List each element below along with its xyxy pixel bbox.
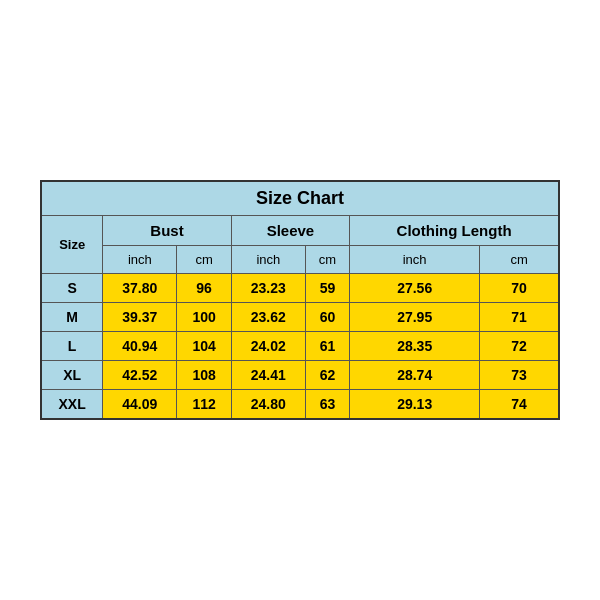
chart-title: Size Chart bbox=[41, 181, 559, 216]
bust-group-header: Bust bbox=[103, 216, 232, 246]
size-cell: XXL bbox=[41, 390, 103, 420]
length-inch-header: inch bbox=[350, 246, 480, 274]
size-chart: Size Chart Size Bust Sleeve Clothing Len… bbox=[40, 180, 560, 420]
bust-inch-header: inch bbox=[103, 246, 177, 274]
length-inch-cell: 28.74 bbox=[350, 361, 480, 390]
sleeve-cm-cell: 60 bbox=[305, 303, 349, 332]
length-cm-header: cm bbox=[480, 246, 559, 274]
table-row: M39.3710023.626027.9571 bbox=[41, 303, 559, 332]
table-row: XL42.5210824.416228.7473 bbox=[41, 361, 559, 390]
sleeve-inch-cell: 23.62 bbox=[231, 303, 305, 332]
length-cm-cell: 72 bbox=[480, 332, 559, 361]
bust-cm-cell: 108 bbox=[177, 361, 231, 390]
sleeve-inch-cell: 24.41 bbox=[231, 361, 305, 390]
length-inch-cell: 27.95 bbox=[350, 303, 480, 332]
sleeve-cm-cell: 59 bbox=[305, 274, 349, 303]
length-inch-cell: 27.56 bbox=[350, 274, 480, 303]
bust-inch-cell: 37.80 bbox=[103, 274, 177, 303]
sleeve-cm-cell: 61 bbox=[305, 332, 349, 361]
bust-cm-cell: 96 bbox=[177, 274, 231, 303]
length-cm-cell: 74 bbox=[480, 390, 559, 420]
table-row: S37.809623.235927.5670 bbox=[41, 274, 559, 303]
length-cm-cell: 73 bbox=[480, 361, 559, 390]
table-row: L40.9410424.026128.3572 bbox=[41, 332, 559, 361]
length-inch-cell: 28.35 bbox=[350, 332, 480, 361]
bust-cm-cell: 100 bbox=[177, 303, 231, 332]
size-header: Size bbox=[41, 216, 103, 274]
sleeve-inch-cell: 23.23 bbox=[231, 274, 305, 303]
size-chart-table: Size Chart Size Bust Sleeve Clothing Len… bbox=[40, 180, 560, 420]
bust-inch-cell: 42.52 bbox=[103, 361, 177, 390]
sleeve-cm-header: cm bbox=[305, 246, 349, 274]
size-cell: S bbox=[41, 274, 103, 303]
bust-inch-cell: 40.94 bbox=[103, 332, 177, 361]
bust-cm-cell: 112 bbox=[177, 390, 231, 420]
length-cm-cell: 70 bbox=[480, 274, 559, 303]
sleeve-cm-cell: 63 bbox=[305, 390, 349, 420]
size-cell: XL bbox=[41, 361, 103, 390]
size-cell: L bbox=[41, 332, 103, 361]
bust-inch-cell: 44.09 bbox=[103, 390, 177, 420]
length-inch-cell: 29.13 bbox=[350, 390, 480, 420]
bust-cm-cell: 104 bbox=[177, 332, 231, 361]
sleeve-inch-cell: 24.80 bbox=[231, 390, 305, 420]
length-group-header: Clothing Length bbox=[350, 216, 559, 246]
sleeve-group-header: Sleeve bbox=[231, 216, 349, 246]
sleeve-inch-cell: 24.02 bbox=[231, 332, 305, 361]
bust-inch-cell: 39.37 bbox=[103, 303, 177, 332]
length-cm-cell: 71 bbox=[480, 303, 559, 332]
sleeve-inch-header: inch bbox=[231, 246, 305, 274]
size-cell: M bbox=[41, 303, 103, 332]
bust-cm-header: cm bbox=[177, 246, 231, 274]
sleeve-cm-cell: 62 bbox=[305, 361, 349, 390]
table-row: XXL44.0911224.806329.1374 bbox=[41, 390, 559, 420]
